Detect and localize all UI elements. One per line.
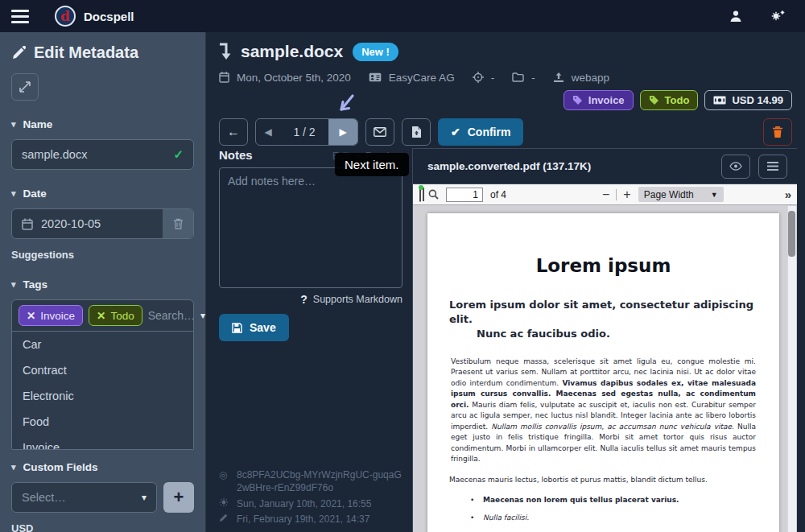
next-item-tooltip: Next item. [335, 153, 409, 176]
tag-badge-invoice[interactable]: Invoice [564, 90, 634, 110]
tag-option[interactable]: Food [12, 409, 193, 435]
caret-down-icon: ▾ [11, 188, 16, 199]
section-header-tags[interactable]: ▾ Tags [11, 278, 194, 291]
id-card-icon [369, 72, 382, 82]
date-input[interactable]: 2020-10-05 [12, 217, 163, 230]
sidebar-title: Edit Metadata [11, 43, 194, 62]
section-header-date[interactable]: ▾ Date [11, 188, 194, 200]
custom-field-select[interactable]: Select… ▾ [11, 482, 157, 513]
save-notes-button[interactable]: Save [219, 314, 289, 341]
page-count-label: of 4 [490, 189, 506, 200]
caret-left-icon: ◀ [264, 126, 271, 138]
new-badge[interactable]: New ! [353, 43, 398, 61]
user-icon[interactable] [721, 10, 750, 23]
add-files-button[interactable] [402, 118, 431, 146]
gear-icon [219, 497, 230, 510]
tag-option[interactable]: Contract [12, 357, 193, 383]
add-custom-field-button[interactable]: + [163, 482, 194, 513]
markdown-hint[interactable]: Supports Markdown [313, 294, 402, 305]
eye-icon [729, 162, 742, 171]
preview-toggle-button[interactable] [721, 155, 750, 179]
item-date[interactable]: Mon, October 5th, 2020 [237, 72, 351, 84]
amount-badge[interactable]: USD 14.99 [704, 90, 792, 110]
section-header-custom-fields[interactable]: ▾ Custom Fields [11, 461, 194, 473]
suggestions-label: Suggestions [11, 249, 194, 261]
tag-icon [572, 95, 583, 105]
tag-option[interactable]: Car [12, 332, 193, 357]
item-pager: ◀ 1 / 2 ▶ [255, 118, 358, 146]
notes-textarea[interactable] [219, 167, 402, 288]
notes-panel: Notes Edit • Preview ? Supports Markdown [206, 148, 412, 532]
section-header-name[interactable]: ▾ Name [11, 118, 194, 130]
hamburger-menu-icon[interactable] [11, 10, 29, 23]
item-info: ◎ 8c8PFA2UCbg-MYrWzjnRgUC-guqaG2wBHre-rE… [219, 466, 402, 526]
upload-icon [553, 72, 564, 83]
sidebar-toggle-icon[interactable] [419, 188, 421, 202]
name-input-value: sample.docx [22, 148, 173, 161]
sidebar-title-label: Edit Metadata [34, 43, 138, 62]
chevron-down-icon: ▾ [142, 492, 147, 503]
item-toolbar: ← ◀ 1 / 2 ▶ ✔ Confirm [206, 118, 805, 146]
close-icon[interactable]: ✕ [27, 309, 35, 322]
trash-icon [173, 218, 184, 229]
arrow-down-icon [219, 43, 231, 60]
caret-down-icon: ▾ [11, 119, 16, 130]
page-number-input[interactable] [446, 188, 483, 202]
currency-label: USD [11, 522, 194, 532]
search-icon[interactable] [428, 189, 439, 200]
zoom-in-button[interactable]: + [623, 188, 630, 202]
crosshair-icon [473, 72, 484, 83]
toolbar-more-icon[interactable]: » [785, 188, 791, 201]
clear-date-button[interactable] [163, 209, 193, 238]
next-item-button[interactable]: ▶ [328, 119, 357, 145]
tag-option[interactable]: Electronic [12, 383, 193, 409]
floppy-icon [232, 323, 242, 333]
pencil-icon [11, 46, 26, 60]
zoom-select[interactable]: Page Width ▼ [638, 187, 724, 202]
file-plus-icon [411, 126, 422, 138]
confirm-button[interactable]: ✔ Confirm [438, 118, 523, 146]
item-id: 8c8PFA2UCbg-MYrWzjnRgUC-guqaG2wBHre-rEnZ… [237, 468, 402, 494]
pdf-viewer[interactable]: Lorem ipsum Lorem ipsum dolor sit amet, … [413, 205, 797, 532]
delete-item-button[interactable] [763, 118, 792, 146]
scrollbar-thumb[interactable] [788, 211, 795, 257]
attachment-menu-button[interactable] [758, 155, 787, 179]
docspell-logo: d [55, 6, 76, 27]
caret-down-icon: ▾ [11, 462, 16, 472]
item-header: sample.docx New ! Mon, October 5th, 2020… [206, 32, 805, 110]
tags-dropdown: Car Contract Electronic Food Invoice [11, 332, 194, 450]
app-brand[interactable]: d Docspell [55, 6, 134, 27]
send-mail-button[interactable] [365, 118, 394, 146]
pdf-bullet-item: Maecenas non lorem quis tellus placerat … [449, 495, 758, 505]
pdf-bullets: Maecenas non lorem quis tellus placerat … [449, 495, 758, 532]
previous-item-button[interactable]: ◀ [256, 119, 280, 145]
expand-sidebar-button[interactable] [11, 73, 39, 101]
tag-badge-todo[interactable]: Todo [640, 90, 699, 110]
tag-chip-invoice[interactable]: ✕ Invoice [19, 305, 83, 326]
calendar-icon [219, 72, 229, 83]
attachment-panel: sample.converted.pdf (137.17K) [412, 148, 797, 532]
date-input-group: 2020-10-05 [11, 208, 194, 239]
zoom-out-button[interactable]: − [602, 188, 609, 202]
check-icon: ✓ [173, 147, 184, 162]
gear-icon[interactable] [762, 10, 794, 23]
trash-icon [772, 126, 783, 138]
tags-search-placeholder: Search… [148, 309, 195, 322]
tags-multiselect[interactable]: ✕ Invoice ✕ Todo Search… ▾ [11, 299, 194, 332]
name-input[interactable]: sample.docx ✓ [11, 139, 194, 170]
tag-icon [649, 95, 659, 105]
close-icon[interactable]: ✕ [97, 309, 105, 322]
correspondent[interactable]: EasyCare AG [389, 72, 455, 84]
date-input-value: 2020-10-05 [41, 217, 101, 230]
folder-value[interactable]: - [531, 72, 535, 84]
check-icon: ✔ [451, 126, 460, 138]
cursor-arrow-icon [333, 93, 356, 118]
calendar-icon [22, 218, 33, 230]
pdf-scrollbar[interactable] [787, 206, 796, 532]
doc-heading: Lorem ipsum dolor sit amet, consectetur … [449, 298, 758, 342]
back-button[interactable]: ← [219, 118, 248, 146]
tag-option[interactable]: Invoice [12, 435, 193, 450]
concerning[interactable]: - [491, 72, 495, 84]
notes-title: Notes [219, 148, 253, 162]
tag-chip-todo[interactable]: ✕ Todo [89, 305, 142, 326]
